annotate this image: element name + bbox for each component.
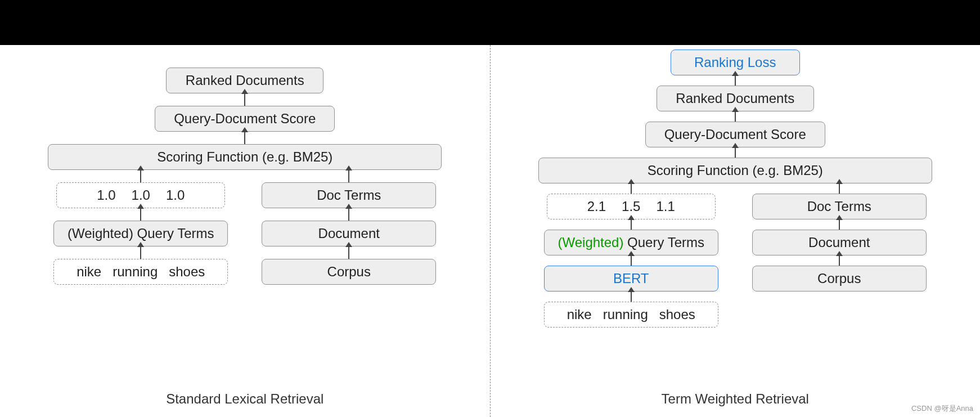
arrow-icon bbox=[244, 132, 245, 144]
weight-value: 1.5 bbox=[622, 199, 640, 214]
arrow-icon bbox=[735, 147, 736, 158]
arrow-icon bbox=[631, 219, 632, 230]
weight-value: 1.0 bbox=[166, 187, 185, 203]
arrow-icon bbox=[348, 246, 349, 259]
right-stack: Ranking Loss Ranked Documents Query-Docu… bbox=[538, 50, 932, 328]
arrow-icon bbox=[631, 183, 632, 194]
arrow-icon bbox=[140, 208, 141, 221]
wqt-suffix: Query Terms bbox=[137, 226, 214, 241]
arrow-icon bbox=[735, 111, 736, 122]
corpus-box: Corpus bbox=[262, 259, 436, 285]
left-query-column: 1.0 1.0 1.0 (Weighted) Query Terms nike … bbox=[48, 170, 233, 285]
weight-value: 2.1 bbox=[587, 199, 606, 214]
weight-value: 1.1 bbox=[656, 199, 675, 214]
scoring-function-box: Scoring Function (e.g. BM25) bbox=[538, 158, 932, 183]
arrow-icon bbox=[839, 183, 840, 194]
query-text-box: nike running shoes bbox=[544, 302, 718, 328]
scoring-function-box: Scoring Function (e.g. BM25) bbox=[48, 144, 442, 170]
arrow-icon bbox=[348, 170, 349, 182]
right-panel: Ranking Loss Ranked Documents Query-Docu… bbox=[491, 45, 981, 417]
arrow-icon bbox=[140, 246, 141, 259]
panels-row: Ranked Documents Query-Document Score Sc… bbox=[0, 45, 980, 417]
arrow-icon bbox=[839, 255, 840, 266]
wqt-prefix: (Weighted) bbox=[558, 235, 627, 250]
arrow-icon bbox=[140, 170, 141, 182]
weight-value: 1.0 bbox=[132, 187, 150, 203]
right-query-column: 2.1 1.5 1.1 (Weighted) Query Terms BERT bbox=[538, 183, 724, 328]
left-stack: Ranked Documents Query-Document Score Sc… bbox=[48, 68, 442, 285]
right-doc-column: Doc Terms Document Corpus bbox=[747, 183, 932, 292]
arrow-icon bbox=[839, 219, 840, 230]
left-doc-column: Doc Terms Document Corpus bbox=[256, 170, 442, 285]
weight-value: 1.0 bbox=[97, 187, 115, 203]
diagram-page: Ranked Documents Query-Document Score Sc… bbox=[0, 0, 980, 417]
wqt-suffix: Query Terms bbox=[627, 235, 704, 250]
left-panel: Ranked Documents Query-Document Score Sc… bbox=[0, 45, 490, 417]
arrow-icon bbox=[631, 292, 632, 302]
left-caption: Standard Lexical Retrieval bbox=[0, 391, 490, 407]
query-text-box: nike running shoes bbox=[53, 259, 228, 285]
top-black-bar bbox=[0, 0, 980, 45]
arrow-icon bbox=[348, 208, 349, 221]
arrow-icon bbox=[735, 75, 736, 86]
arrow-icon bbox=[631, 255, 632, 266]
right-caption: Term Weighted Retrieval bbox=[491, 391, 981, 407]
arrow-icon bbox=[244, 93, 245, 106]
corpus-box: Corpus bbox=[752, 266, 927, 292]
watermark-text: CSDN @呀是Anna bbox=[911, 403, 973, 414]
wqt-prefix: (Weighted) bbox=[68, 226, 137, 241]
